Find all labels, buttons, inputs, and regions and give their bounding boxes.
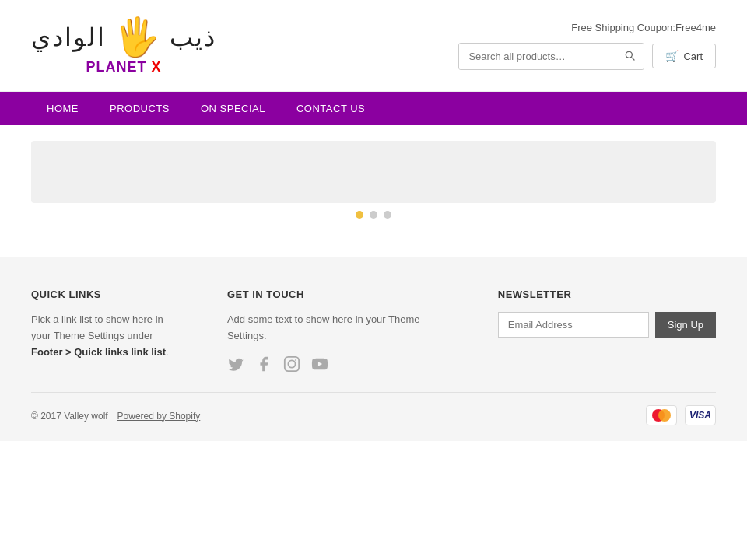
slider-dot-1[interactable]	[356, 211, 363, 219]
social-icons	[227, 355, 451, 376]
logo: الوادي 🖐 ذيب PLANET X	[31, 16, 216, 75]
header-right: Free Shipping Coupon:Free4me 🛒 Cart	[458, 22, 716, 70]
quick-links-heading: QUICK LINKS	[31, 289, 181, 300]
cart-label: Cart	[683, 51, 703, 62]
svg-point-2	[295, 359, 296, 361]
email-input[interactable]	[498, 312, 649, 338]
nav-item-contact-us[interactable]: CONTACT US	[281, 92, 381, 125]
nav-item-on-special[interactable]: ON SPECIAL	[185, 92, 281, 125]
logo-hand-icon: 🖐	[114, 16, 162, 59]
copyright-text: © 2017 Valley wolf	[31, 411, 108, 422]
search-input[interactable]	[459, 44, 615, 69]
logo-arabic-right: ذيب	[170, 23, 216, 52]
footer-bottom: © 2017 Valley wolf Powered by Shopify VI…	[31, 392, 716, 425]
navigation: HOME PRODUCTS ON SPECIAL CONTACT US	[0, 92, 747, 125]
quick-links-text-2: .	[166, 346, 169, 358]
search-icon	[623, 49, 636, 61]
nav-item-products[interactable]: PRODUCTS	[94, 92, 185, 125]
slider-section	[31, 141, 716, 234]
footer: QUICK LINKS Pick a link list to show her…	[0, 257, 747, 441]
svg-rect-0	[285, 356, 299, 370]
nav-item-home[interactable]: HOME	[31, 92, 94, 125]
get-in-touch-heading: GET IN TOUCH	[227, 289, 451, 300]
payment-icons: VISA	[646, 405, 716, 425]
facebook-icon[interactable]	[255, 355, 272, 376]
footer-columns: QUICK LINKS Pick a link list to show her…	[31, 289, 716, 376]
signup-button[interactable]: Sign Up	[655, 312, 716, 338]
cart-button[interactable]: 🛒 Cart	[652, 44, 716, 68]
newsletter-heading: NEWSLETTER	[498, 289, 716, 300]
slider-dots	[31, 211, 716, 234]
header: الوادي 🖐 ذيب PLANET X Free Shipping Coup…	[0, 0, 747, 92]
visa-icon: VISA	[685, 405, 716, 425]
logo-arabic: الوادي 🖐 ذيب	[31, 16, 216, 59]
slider[interactable]	[31, 141, 716, 203]
logo-arabic-left: الوادي	[31, 23, 106, 52]
slider-dot-3[interactable]	[384, 211, 391, 219]
powered-by-link[interactable]: Powered by Shopify	[117, 411, 201, 422]
slider-dot-2[interactable]	[370, 211, 377, 219]
youtube-icon[interactable]	[311, 355, 328, 376]
footer-quick-links: QUICK LINKS Pick a link list to show her…	[31, 289, 181, 360]
search-button[interactable]	[615, 44, 644, 69]
svg-point-1	[288, 360, 295, 367]
svg-point-4	[658, 409, 671, 422]
twitter-icon[interactable]	[227, 355, 244, 376]
quick-links-link[interactable]: Footer > Quick links link list	[31, 346, 166, 358]
quick-links-text: Pick a link list to show here in your Th…	[31, 312, 181, 360]
quick-links-text-1: Pick a link list to show here in your Th…	[31, 313, 163, 341]
search-form	[458, 43, 644, 70]
mastercard-icon	[646, 405, 677, 425]
header-actions: 🛒 Cart	[458, 43, 716, 70]
logo-planet-x: PLANET X	[86, 59, 161, 75]
footer-get-in-touch: GET IN TOUCH Add some text to show here …	[227, 289, 451, 376]
get-in-touch-text: Add some text to show here in your Theme…	[227, 312, 451, 345]
cart-icon: 🛒	[665, 50, 679, 62]
shipping-coupon-text: Free Shipping Coupon:Free4me	[571, 22, 716, 33]
footer-newsletter: NEWSLETTER Sign Up	[498, 289, 716, 338]
instagram-icon[interactable]	[283, 355, 300, 376]
footer-bottom-left: © 2017 Valley wolf Powered by Shopify	[31, 409, 200, 422]
newsletter-form: Sign Up	[498, 312, 716, 338]
